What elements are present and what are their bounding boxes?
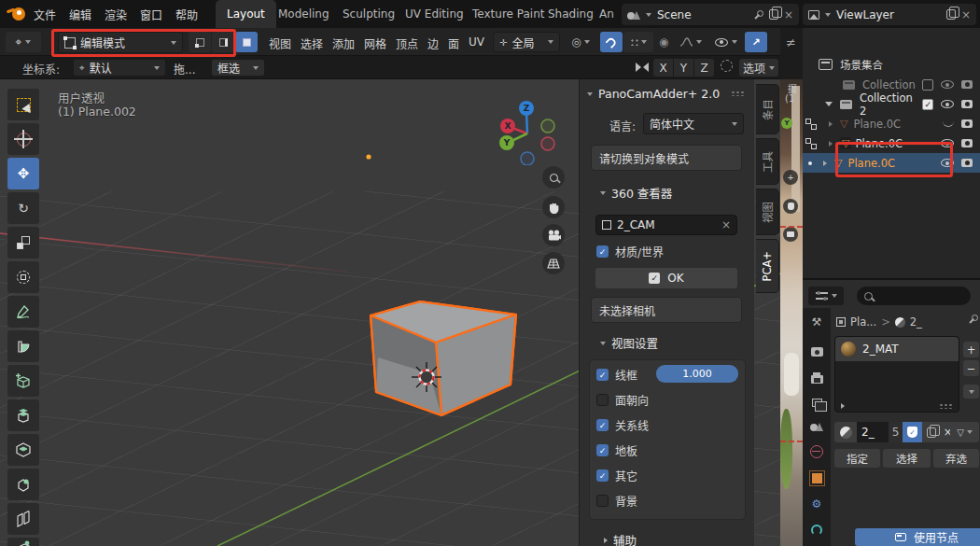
deselect-button[interactable]: 弃选 (933, 449, 979, 468)
menu-edge[interactable]: 边 (427, 35, 439, 51)
face-orientation-checkbox[interactable] (596, 394, 609, 406)
outliner-row-scene-collection[interactable]: 场景集合 (803, 54, 980, 74)
panel-grip[interactable] (731, 91, 745, 96)
add-slot-button[interactable]: + (963, 342, 979, 357)
tool-move[interactable]: ✥ (7, 158, 39, 189)
mode-dropdown[interactable]: 编辑模式 (58, 32, 183, 53)
tool-annotate[interactable] (7, 296, 39, 328)
disable-render-camera-icon[interactable] (961, 159, 973, 167)
material-users-count[interactable]: 5 (889, 422, 903, 442)
zoom-view-button[interactable] (542, 166, 565, 189)
slot-grip[interactable] (939, 403, 953, 409)
outliner-row-plane-3-selected[interactable]: ▽ Plane.0C (803, 153, 980, 173)
gizmo-z-ball[interactable]: Z (519, 101, 534, 116)
strip-camera-button[interactable] (783, 227, 798, 242)
breadcrumb-material[interactable]: 2_ (910, 315, 922, 329)
drag-label[interactable]: 拖... (174, 61, 195, 77)
material-world-checkbox[interactable]: ✓ (596, 245, 609, 258)
remove-slot-button[interactable]: − (963, 360, 979, 376)
tool-knife[interactable] (7, 538, 39, 546)
collection-exclude-checkbox[interactable] (922, 79, 933, 91)
expand-icon[interactable] (829, 121, 833, 127)
tool-measure[interactable] (7, 330, 39, 362)
disable-render-camera-icon[interactable] (961, 119, 973, 128)
select-button[interactable]: 选择 (883, 449, 931, 468)
wireframe-value-slider[interactable]: 1.000 (656, 365, 738, 383)
tab-object[interactable] (808, 469, 825, 486)
camera-view-button[interactable] (542, 224, 565, 246)
mirror-y-button[interactable]: Y (674, 59, 693, 77)
menu-mesh[interactable]: 网格 (364, 35, 386, 51)
menu-uv[interactable]: UV (469, 35, 484, 49)
disable-render-camera-icon[interactable] (961, 100, 973, 108)
tool-extrude[interactable] (7, 399, 39, 431)
close-icon[interactable]: × (784, 9, 793, 21)
tool-inset[interactable] (7, 434, 39, 466)
hide-eye-icon[interactable] (941, 80, 954, 89)
tool-scale[interactable] (7, 227, 39, 259)
other-checkbox[interactable]: ✓ (596, 469, 609, 482)
proportional-falloff-dropdown[interactable] (674, 32, 707, 52)
snap-settings-dropdown[interactable] (623, 32, 653, 52)
assign-button[interactable]: 指定 (834, 449, 880, 468)
collection-include-checkbox[interactable]: ✓ (922, 99, 933, 110)
menu-vertex[interactable]: 顶点 (396, 35, 418, 51)
tool-cursor[interactable] (7, 123, 39, 155)
vertex-select-button[interactable] (189, 32, 211, 52)
material-slot-row[interactable]: 2_MAT (835, 337, 959, 361)
breadcrumb-object[interactable]: Pla... (850, 315, 876, 329)
properties-editor-type-button[interactable] (808, 287, 844, 305)
menu-select[interactable]: 选择 (301, 35, 323, 51)
material-name-field[interactable]: 2_ (857, 422, 889, 442)
assist-collapse-icon[interactable] (604, 538, 608, 543)
side-tab-view[interactable]: 视图 (756, 189, 779, 235)
main-3d-viewport[interactable]: 用户透视 (1) Plane.002 Z X Y (0, 79, 780, 546)
menu-help[interactable]: 帮助 (170, 0, 203, 28)
options-dropdown[interactable]: 选项 (739, 59, 778, 77)
workspace-tab-shading[interactable]: Shading (537, 0, 605, 28)
hide-eye-icon[interactable] (941, 139, 954, 147)
side-tab-item[interactable]: 条目 (756, 84, 779, 134)
language-dropdown[interactable]: 简体中文 (643, 113, 744, 134)
camera-name-field[interactable]: 2_CAM × (595, 215, 737, 235)
side-tab-pca[interactable]: PCA+ (756, 239, 779, 293)
tab-scene[interactable] (808, 418, 825, 435)
side-tab-tool[interactable]: 工具 (756, 138, 779, 185)
menu-add[interactable]: 添加 (332, 35, 355, 51)
menu-edit[interactable]: 编辑 (63, 0, 97, 28)
gizmo-toggle-button[interactable]: ↗ (745, 32, 767, 52)
face-select-button[interactable] (235, 32, 258, 52)
camera-preview-viewport[interactable]: ≠ 摄 (1 Y + (780, 28, 803, 546)
menu-window[interactable]: 窗口 (134, 0, 168, 28)
menu-file[interactable]: 文件 (28, 0, 62, 28)
tab-world[interactable] (808, 443, 825, 460)
mirror-x-button[interactable]: X (653, 59, 673, 77)
copy-icon[interactable] (946, 9, 956, 20)
mirror-z-button[interactable]: Z (694, 59, 714, 77)
tool-rotate[interactable]: ↻ (7, 192, 39, 224)
material-browse-button[interactable] (834, 422, 857, 442)
slot-specials-icon[interactable] (841, 403, 845, 409)
not-equal-icon[interactable]: ≠ (786, 35, 796, 49)
clear-icon[interactable]: × (721, 219, 731, 231)
tab-tool[interactable]: ⚒ (808, 314, 825, 330)
relationship-lines-checkbox[interactable]: ✓ (596, 419, 609, 431)
wireframe-checkbox[interactable]: ✓ (596, 369, 609, 381)
blender-logo-icon[interactable] (7, 7, 28, 21)
tool-add-cube[interactable] (7, 365, 39, 397)
show-gizmo-dropdown[interactable] (709, 32, 743, 52)
ortho-grid-button[interactable] (542, 252, 565, 274)
tab-output[interactable] (808, 370, 825, 386)
fake-user-shield-button[interactable]: ✓ (903, 422, 922, 442)
tab-render[interactable] (808, 343, 825, 360)
ok-button[interactable]: ✓ OK (595, 268, 737, 288)
viewlayer-selector[interactable]: ViewLayer × (803, 4, 976, 25)
hide-eye-icon[interactable] (941, 159, 954, 167)
gizmo-x-ball[interactable]: X (500, 119, 515, 133)
copy-icon[interactable] (769, 9, 778, 20)
coordinate-system-dropdown[interactable]: ⌖ 默认 (73, 59, 166, 77)
menu-view[interactable]: 视图 (269, 35, 291, 51)
expand-triangle-icon[interactable] (825, 102, 833, 106)
strip-gizmo-y-ball[interactable]: Y (781, 118, 792, 129)
hide-eye-icon[interactable] (941, 100, 954, 108)
